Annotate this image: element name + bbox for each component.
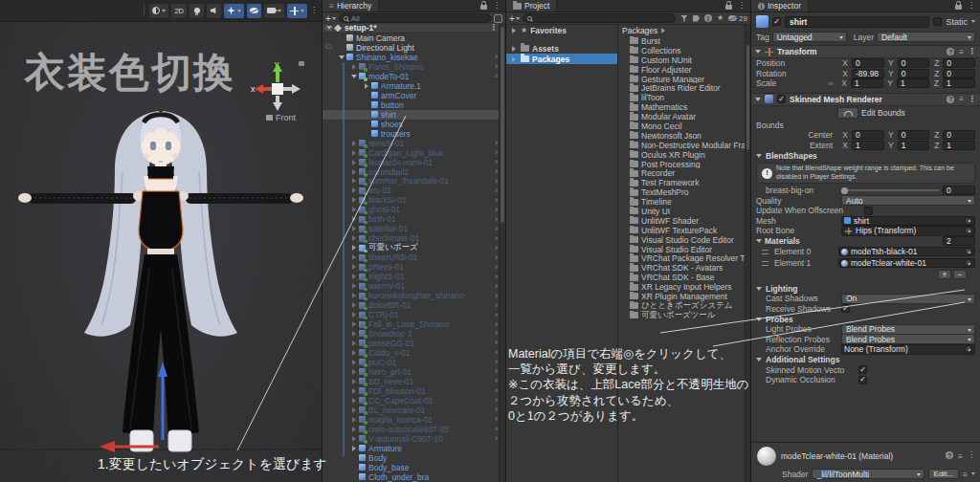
foldout-arrow[interactable] (349, 398, 358, 404)
project-tree-item[interactable]: Packages (506, 54, 617, 64)
foldout-arrow[interactable] (362, 83, 370, 89)
hierarchy-scrollbar[interactable] (499, 24, 505, 482)
hierarchy-item[interactable]: Body (323, 453, 505, 463)
foldout-arrow[interactable] (349, 283, 358, 289)
panel-menu-icon[interactable]: ⋮ (968, 2, 975, 10)
hierarchy-item[interactable]: modeTo-01› (323, 72, 505, 81)
hierarchy-item[interactable]: 可愛いポーズ› (323, 243, 505, 252)
probes-foldout[interactable]: Probes (751, 314, 980, 324)
shader-dropdown-icon[interactable] (971, 472, 975, 475)
hierarchy-item[interactable]: Shinano_kisekae› (323, 53, 505, 62)
scene-lighting-button[interactable] (189, 4, 204, 18)
drag-handle-icon[interactable] (762, 261, 768, 266)
hierarchy-item[interactable]: button (323, 100, 505, 110)
help-icon[interactable]: ? (947, 96, 954, 103)
hierarchy-item[interactable]: Armature.1 (323, 81, 505, 91)
package-item[interactable]: TextMeshPro (618, 187, 750, 197)
hidden-packages-count[interactable]: 29 (728, 14, 747, 23)
component-enabled-checkbox[interactable] (777, 95, 786, 103)
package-item[interactable]: Visual Studio Code Editor (618, 235, 750, 245)
hierarchy-item[interactable]: slightS-01› (323, 272, 505, 281)
package-item[interactable]: Collections (618, 46, 750, 55)
panel-menu-icon[interactable]: ⋮ (738, 2, 746, 10)
remove-material-button[interactable]: − (953, 270, 967, 279)
object-picker-icon[interactable] (965, 217, 972, 225)
prefab-open-arrow-icon[interactable]: › (495, 139, 498, 147)
extent-z-field[interactable]: 1 (943, 141, 975, 150)
position-x-field[interactable]: 0 (852, 58, 884, 68)
foldout-arrow[interactable] (349, 178, 358, 184)
package-item[interactable]: Recorder (618, 168, 750, 178)
package-item[interactable]: Modular Avatar (618, 112, 750, 121)
hierarchy-item[interactable]: earandtail2› (323, 167, 505, 177)
hierarchy-item[interactable]: Cloth_under_bra (323, 472, 505, 482)
package-item[interactable]: Non-Destructive Modular Framework (618, 141, 750, 150)
project-tree-item[interactable]: ★Favorites (506, 25, 617, 35)
lock-icon[interactable] (480, 5, 487, 10)
component-menu-icon[interactable]: ⋮ (969, 96, 976, 103)
component-menu-icon[interactable]: ⋮ (969, 48, 976, 55)
package-item[interactable]: UnlitWF TexturePack (618, 226, 750, 235)
package-item[interactable]: lilToon (618, 93, 750, 102)
foldout-arrow[interactable] (349, 369, 358, 375)
hierarchy-item[interactable]: ghost-01› (323, 205, 505, 214)
foldout-arrow[interactable] (349, 216, 358, 222)
lock-icon[interactable] (955, 5, 962, 10)
hierarchy-item[interactable]: FDl_blouson-01› (323, 386, 505, 396)
hierarchy-item[interactable]: Pants_Shinano› (323, 62, 505, 72)
foldout-arrow[interactable] (349, 75, 358, 78)
shader-dropdown[interactable]: _lil/lilToonMulti (812, 469, 924, 479)
foldout-arrow[interactable] (349, 360, 358, 365)
foldout-arrow[interactable] (349, 235, 358, 241)
prefab-open-arrow-icon[interactable]: › (495, 263, 498, 272)
visibility-eye-icon[interactable] (325, 26, 332, 31)
scene-effects-button[interactable] (224, 4, 244, 18)
prefab-open-arrow-icon[interactable]: › (495, 311, 498, 319)
hierarchy-item[interactable]: CTRj-01› (323, 310, 505, 319)
motion-vectors-checkbox[interactable] (858, 365, 867, 374)
foldout-arrow[interactable] (349, 254, 358, 260)
foldout-arrow[interactable] (349, 274, 358, 279)
tab-inspector[interactable]: iInspector (751, 0, 809, 11)
add-material-button[interactable]: + (938, 270, 951, 279)
package-item[interactable]: Mathematics (618, 102, 750, 112)
foldout-arrow[interactable] (349, 331, 358, 337)
package-item[interactable]: VRChat SDK - Avatars (618, 263, 750, 273)
package-item[interactable]: Timeline (618, 197, 750, 207)
hierarchy-item[interactable]: sheerURB-01› (323, 252, 505, 262)
anchor-override-field[interactable]: None (Transform) (841, 344, 975, 355)
prefab-open-arrow-icon[interactable]: › (495, 196, 498, 205)
prefab-open-arrow-icon[interactable]: › (495, 320, 498, 329)
hierarchy-item[interactable]: Snowdrop 3› (323, 329, 505, 339)
info-icon[interactable]: i (704, 14, 712, 22)
foldout-arrow[interactable] (349, 350, 358, 356)
center-z-field[interactable]: 0 (943, 130, 975, 140)
update-offscreen-checkbox[interactable] (864, 207, 873, 215)
light-probes-dropdown[interactable]: Blend Probes (841, 324, 975, 335)
package-item[interactable]: XR Plugin Management (618, 292, 750, 301)
prefab-open-arrow-icon[interactable]: › (495, 72, 498, 80)
tab-project[interactable]: Project (506, 0, 557, 11)
position-y-field[interactable]: 0 (898, 58, 930, 68)
scene-camera-button[interactable] (264, 4, 284, 18)
scrollbar-thumb[interactable] (501, 27, 504, 223)
prefab-open-arrow-icon[interactable]: › (495, 244, 498, 252)
material-menu-icon[interactable]: ⋮ (968, 451, 975, 461)
presets-icon[interactable]: ≡ (959, 95, 964, 103)
drag-handle-icon[interactable] (762, 250, 768, 254)
scene-visibility-button[interactable] (247, 4, 261, 18)
foldout-arrow[interactable] (349, 436, 358, 442)
prefab-open-arrow-icon[interactable]: › (495, 348, 498, 357)
foldout-arrow[interactable] (349, 207, 358, 212)
lock-icon[interactable] (725, 5, 732, 10)
hierarchy-item[interactable]: warmV-01› (323, 281, 505, 291)
prefab-open-arrow-icon[interactable]: › (495, 292, 498, 300)
receive-shadows-checkbox[interactable] (841, 304, 850, 313)
visibility-eye-icon[interactable] (325, 44, 332, 49)
transform-component-header[interactable]: Transform ?≡⋮ (751, 45, 980, 58)
reflection-probes-dropdown[interactable]: Blend Probes (841, 334, 975, 344)
package-item[interactable]: ひとときポーズシステム (618, 301, 750, 311)
hierarchy-item[interactable]: Caldo_v-01› (323, 348, 505, 358)
scale-x-field[interactable]: 1 (851, 78, 883, 88)
hierarchy-item[interactable]: shirt (323, 110, 505, 120)
